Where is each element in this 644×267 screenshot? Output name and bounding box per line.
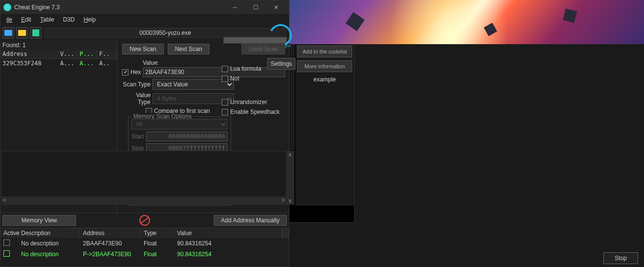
save-icon [32,29,39,36]
horizontal-scrollbar[interactable]: <> [2,196,286,204]
start-input[interactable] [146,132,228,141]
menu-file[interactable]: ile [2,15,16,24]
background-game-art [289,0,644,44]
app-logo-icon [3,3,11,11]
open-process-button[interactable] [2,27,14,39]
lua-formula-checkbox[interactable] [222,66,228,72]
results-header: Address V... P... F.. [0,50,117,59]
undo-scan-button[interactable]: Undo Scan [241,44,285,54]
table-row[interactable]: No description 2BAAF473E90 Float 90.8431… [0,238,289,249]
opcodes-detail-pane[interactable]: ∧∨ <> [1,151,294,205]
active-checkbox[interactable] [3,240,10,246]
add-address-manually-button[interactable]: Add Address Manually [214,215,287,226]
debris-shape [563,8,577,23]
process-name: 00003950-yuzu.exe [45,28,286,38]
save-button[interactable] [30,27,42,39]
value-type-label: Value Type [122,92,151,106]
add-to-codelist-button[interactable]: Add to the codelist [297,46,352,57]
example-label: example [297,76,352,83]
value-label: Value: [143,59,159,66]
scan-type-label: Scan Type [122,81,151,88]
result-row[interactable]: 329C353F248 A... A... A.. [0,59,117,68]
window-title: Cheat Engine 7.3 [14,4,225,11]
speedhack-checkbox[interactable] [222,109,228,115]
found-count: Found: 1 [0,41,117,50]
unrandomizer-checkbox[interactable] [222,99,228,106]
monitor-icon [4,30,12,36]
cheat-engine-window: Cheat Engine 7.3 ─ ☐ ✕ ile Edit Table D3… [0,0,289,267]
hex-checkbox[interactable] [122,69,129,76]
next-scan-button[interactable]: Next Scan [168,44,209,54]
folder-icon [18,30,26,36]
settings-tab[interactable]: Settings [267,58,295,70]
close-button[interactable]: ✕ [266,1,286,13]
menubar: ile Edit Table D3D Help [0,14,289,25]
more-information-button[interactable]: More information [297,60,352,72]
table-scrollbar[interactable] [282,228,289,238]
active-checkbox[interactable] [3,250,10,257]
new-scan-button[interactable]: New Scan [122,44,164,54]
address-table: Active Description Address Type Value No… [0,228,289,260]
debris-shape [484,23,497,36]
stop-button[interactable]: Stop [603,252,638,264]
maximize-button[interactable]: ☐ [246,1,265,13]
not-checkbox[interactable] [222,76,228,82]
table-row[interactable]: No description P->2BAAF473E90 Float 90.8… [0,249,289,260]
no-entry-icon[interactable] [139,215,150,226]
debris-shape [346,12,365,31]
menu-help[interactable]: Help [79,15,100,24]
menu-edit[interactable]: Edit [17,15,35,24]
minimize-button[interactable]: ─ [225,1,245,13]
open-file-button[interactable] [16,27,28,39]
titlebar[interactable]: Cheat Engine 7.3 ─ ☐ ✕ [0,0,289,14]
memory-view-button[interactable]: Memory View [2,215,76,226]
mem-range-select[interactable]: All [131,119,228,130]
menu-table[interactable]: Table [36,15,58,24]
menu-d3d[interactable]: D3D [59,15,78,24]
vertical-scrollbar[interactable]: ∧∨ [286,151,294,204]
toolbar: 00003950-yuzu.exe Cheat Engine [0,25,289,41]
